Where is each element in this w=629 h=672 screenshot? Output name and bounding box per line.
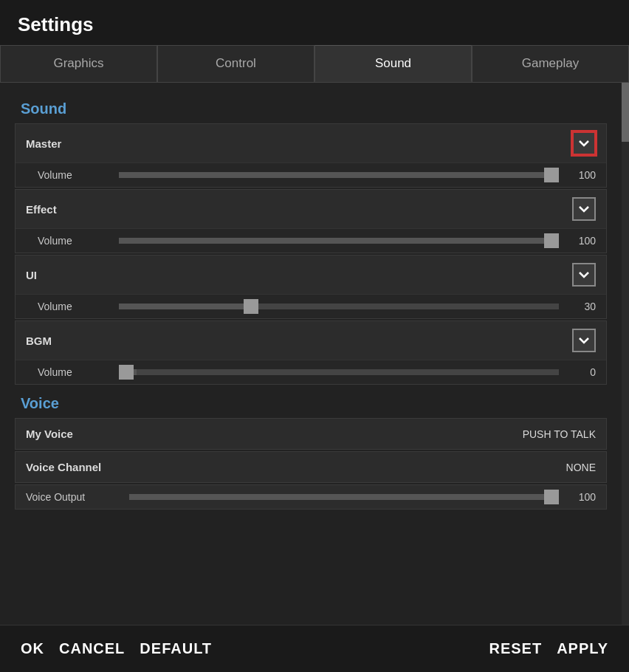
bgm-header[interactable]: BGM	[16, 321, 606, 360]
effect-volume-label: Volume	[38, 235, 111, 247]
ui-group: UI Volume 30	[15, 255, 607, 319]
ui-slider-track[interactable]	[119, 304, 559, 309]
ui-slider-thumb[interactable]	[244, 299, 258, 314]
bgm-slider-track[interactable]	[119, 369, 559, 375]
ui-slider[interactable]	[119, 304, 559, 309]
voice-output-slider-fill	[129, 494, 559, 500]
effect-slider[interactable]	[119, 238, 559, 244]
master-label: Master	[26, 137, 61, 150]
ui-slider-fill	[119, 304, 251, 309]
my-voice-label: My Voice	[26, 428, 73, 440]
voice-output-slider-track[interactable]	[129, 494, 559, 500]
bgm-slider-thumb[interactable]	[119, 365, 134, 380]
effect-volume-row: Volume 100	[16, 228, 606, 253]
voice-section-title: Voice	[21, 395, 607, 412]
voice-channel-label: Voice Channel	[26, 461, 101, 473]
ok-button[interactable]: OK	[21, 640, 44, 657]
ui-label: UI	[26, 269, 37, 281]
master-header[interactable]: Master	[16, 124, 606, 162]
master-volume-row: Volume 100	[16, 162, 606, 187]
page-title: Settings	[18, 13, 611, 36]
scrollbar-rail[interactable]	[622, 83, 629, 625]
title-bar: Settings	[0, 0, 629, 45]
tab-gameplay[interactable]: Gameplay	[472, 45, 629, 82]
bgm-volume-value: 0	[566, 366, 596, 378]
ui-volume-value: 30	[566, 301, 596, 312]
bgm-volume-row: Volume 0	[16, 360, 606, 384]
effect-volume-value: 100	[566, 235, 596, 247]
tabs-bar: Graphics Control Sound Gameplay	[0, 45, 629, 83]
my-voice-value: PUSH TO TALK	[523, 428, 596, 440]
sound-section-title: Sound	[21, 100, 607, 117]
tab-sound[interactable]: Sound	[314, 45, 472, 82]
master-group: Master Volume 100	[15, 123, 607, 188]
voice-channel-row[interactable]: Voice Channel NONE	[15, 451, 607, 483]
master-chevron[interactable]	[572, 131, 596, 155]
footer-left-buttons: OK CANCEL DEFAULT	[21, 640, 212, 657]
voice-output-volume-value: 100	[566, 491, 596, 503]
effect-chevron[interactable]	[572, 197, 596, 221]
master-slider-track[interactable]	[119, 172, 559, 178]
effect-header[interactable]: Effect	[16, 190, 606, 228]
reset-button[interactable]: RESET	[489, 640, 542, 657]
voice-output-slider-thumb[interactable]	[544, 490, 559, 504]
voice-output-slider[interactable]	[129, 494, 559, 500]
tab-graphics[interactable]: Graphics	[0, 45, 157, 82]
footer-right-buttons: RESET APPLY	[489, 640, 608, 657]
apply-button[interactable]: APPLY	[557, 640, 608, 657]
master-slider-fill	[119, 172, 559, 178]
ui-chevron[interactable]	[572, 263, 596, 287]
bgm-slider[interactable]	[119, 369, 559, 375]
effect-group: Effect Volume 100	[15, 189, 607, 253]
cancel-button[interactable]: CANCEL	[59, 640, 125, 657]
effect-slider-track[interactable]	[119, 238, 559, 244]
bgm-volume-label: Volume	[38, 366, 111, 378]
voice-output-row: Voice Output 100	[15, 484, 607, 510]
effect-slider-thumb[interactable]	[544, 233, 559, 248]
effect-label: Effect	[26, 203, 57, 216]
master-volume-label: Volume	[38, 169, 111, 181]
scrollbar-thumb[interactable]	[622, 83, 629, 142]
master-slider[interactable]	[119, 172, 559, 178]
ui-volume-row: Volume 30	[16, 294, 606, 318]
ui-volume-label: Volume	[38, 301, 111, 312]
bgm-label: BGM	[26, 335, 52, 347]
my-voice-row[interactable]: My Voice PUSH TO TALK	[15, 418, 607, 450]
default-button[interactable]: DEFAULT	[140, 640, 212, 657]
voice-output-label: Voice Output	[26, 491, 122, 503]
bgm-group: BGM Volume 0	[15, 320, 607, 385]
voice-channel-value: NONE	[566, 462, 596, 473]
tab-control[interactable]: Control	[157, 45, 314, 82]
master-volume-value: 100	[566, 169, 596, 181]
scroll-area[interactable]: Sound Master Volume 100	[0, 83, 622, 625]
bgm-chevron[interactable]	[572, 329, 596, 352]
main-content: Sound Master Volume 100	[0, 83, 629, 625]
effect-slider-fill	[119, 238, 559, 244]
footer: OK CANCEL DEFAULT RESET APPLY	[0, 625, 629, 672]
master-slider-thumb[interactable]	[544, 168, 559, 182]
ui-header[interactable]: UI	[16, 256, 606, 294]
